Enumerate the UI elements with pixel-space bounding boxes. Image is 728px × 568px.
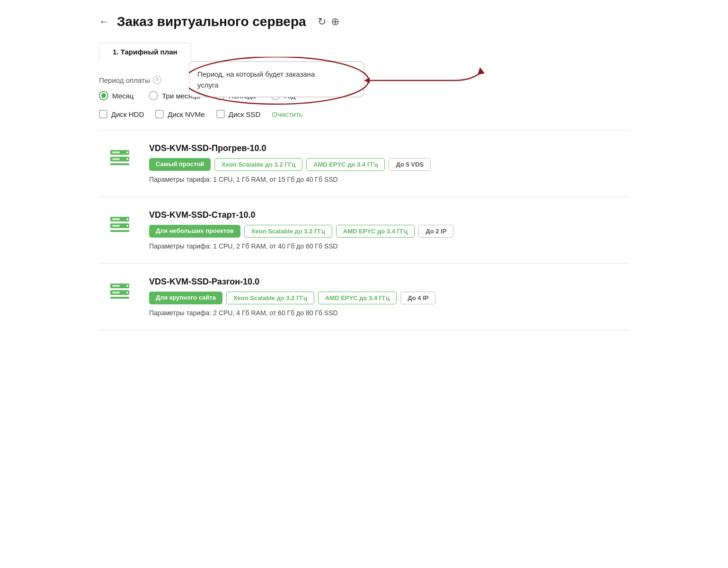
tag-0-1[interactable]: Xeon Scalable до 3.2 ГГц: [214, 158, 302, 171]
radio-circle-month: [99, 91, 108, 100]
tag-2-0[interactable]: Для крупного сайта: [149, 292, 222, 304]
svg-marker-6: [478, 67, 485, 75]
help-icon[interactable]: ?: [153, 76, 161, 84]
tag-0-0[interactable]: Самый простой: [149, 158, 211, 171]
page-title: Заказ виртуального сервера: [117, 14, 306, 29]
refresh-icon[interactable]: ↻: [318, 16, 326, 28]
svg-rect-13: [112, 158, 120, 160]
card-params-1: Параметры тарифа: 1 CPU, 2 Гб RAM, от 40…: [149, 242, 620, 250]
svg-point-25: [126, 292, 128, 293]
svg-rect-9: [110, 163, 129, 165]
tabs-annotation-wrapper: 1. Тарифный план Период, на который буде…: [99, 43, 629, 62]
svg-rect-20: [112, 225, 120, 227]
tag-1-2[interactable]: AMD EPYC до 3.4 ГГц: [336, 225, 415, 238]
card-content-2: VDS-KVM-SSD-Разгон-10.0 Для крупного сай…: [149, 277, 620, 317]
checkbox-nvme-box: [155, 110, 164, 118]
card-params-0: Параметры тарифа: 1 CPU, 1 Гб RAM, от 15…: [149, 176, 620, 183]
radio-circle-three: [149, 91, 158, 100]
card-tags-1: Для небольших проектов Xeon Scalable до …: [149, 225, 620, 238]
globe-icon[interactable]: ⊕: [331, 16, 339, 28]
annotation-svg: Период, на который будет заказана услуга: [189, 57, 520, 156]
tag-2-2[interactable]: AMD EPYC до 3.4 ГГц: [318, 292, 397, 304]
tariff-card-1[interactable]: VDS-KVM-SSD-Старт-10.0 Для небольших про…: [99, 197, 629, 264]
radio-month[interactable]: Месяц: [99, 91, 133, 100]
page-header: ← Заказ виртуального сервера ↻ ⊕: [99, 14, 629, 29]
header-icons: ↻ ⊕: [318, 16, 339, 28]
svg-point-11: [126, 158, 128, 160]
svg-point-10: [126, 151, 128, 153]
tag-1-3[interactable]: До 2 IP: [418, 225, 453, 238]
server-icon-1: [108, 210, 142, 250]
server-icon-2: [108, 277, 142, 317]
checkbox-hdd-box: [99, 110, 107, 118]
svg-rect-19: [112, 218, 120, 220]
card-title-1: VDS-KVM-SSD-Старт-10.0: [149, 210, 620, 220]
tab-tarif[interactable]: 1. Тарифный план: [99, 43, 191, 62]
card-title-2: VDS-KVM-SSD-Разгон-10.0: [149, 277, 620, 287]
svg-rect-27: [112, 292, 120, 293]
svg-rect-23: [110, 297, 129, 299]
svg-marker-5: [364, 78, 370, 83]
svg-text:Период, на который будет заказ: Период, на который будет заказана: [197, 70, 315, 78]
svg-text:услуга: услуга: [197, 81, 219, 89]
card-tags-0: Самый простой Xeon Scalable до 3.2 ГГц A…: [149, 158, 620, 171]
tariff-card-2[interactable]: VDS-KVM-SSD-Разгон-10.0 Для крупного сай…: [99, 264, 629, 330]
tag-0-2[interactable]: AMD EPYC до 3.4 ГГц: [306, 158, 385, 171]
tag-1-0[interactable]: Для небольших проектов: [149, 225, 240, 238]
tag-2-1[interactable]: Xeon Scalable до 3.2 ГГц: [226, 292, 314, 304]
checkbox-hdd[interactable]: Диск HDD: [99, 110, 144, 118]
card-content-1: VDS-KVM-SSD-Старт-10.0 Для небольших про…: [149, 210, 620, 250]
checkbox-hdd-label: Диск HDD: [111, 110, 144, 118]
radio-month-label: Месяц: [112, 92, 133, 100]
back-button[interactable]: ←: [99, 16, 109, 28]
server-icon-0: [108, 143, 142, 183]
svg-point-17: [126, 218, 128, 220]
tag-2-3[interactable]: До 4 IP: [400, 292, 435, 304]
svg-point-18: [126, 225, 128, 227]
tag-0-3[interactable]: До 5 VDS: [389, 158, 431, 171]
svg-rect-0: [189, 62, 364, 97]
card-tags-2: Для крупного сайта Xeon Scalable до 3.2 …: [149, 292, 620, 304]
svg-rect-26: [112, 285, 120, 287]
svg-point-24: [126, 285, 128, 287]
svg-rect-16: [110, 230, 129, 232]
tariff-list: VDS-KVM-SSD-Прогрев-10.0 Самый простой X…: [99, 130, 629, 330]
svg-rect-12: [112, 151, 120, 153]
card-params-2: Параметры тарифа: 2 CPU, 4 Гб RAM, от 60…: [149, 309, 620, 317]
tag-1-1[interactable]: Xeon Scalable до 3.2 ГГц: [244, 225, 332, 238]
